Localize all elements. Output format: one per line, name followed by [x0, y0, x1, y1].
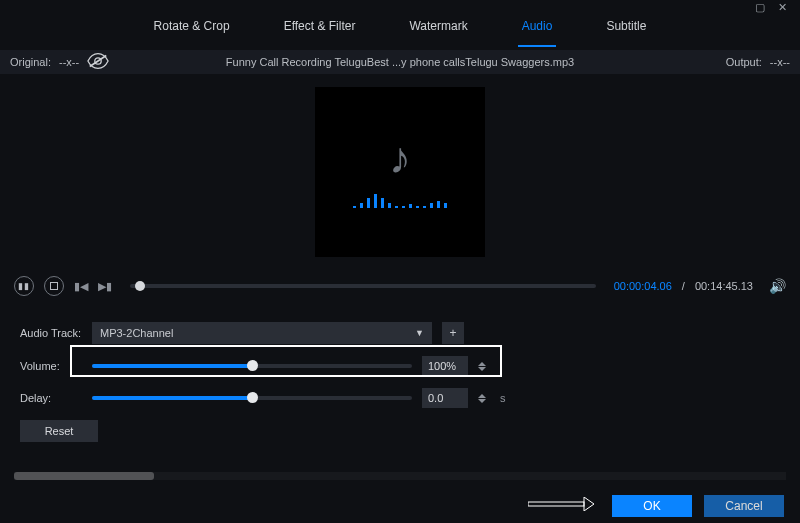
audio-thumbnail: ♪ [315, 87, 485, 257]
tab-audio[interactable]: Audio [522, 19, 553, 43]
output-label: Output: [726, 56, 762, 68]
footer-bar: OK Cancel [0, 489, 800, 523]
output-value: --x-- [770, 56, 790, 68]
next-icon: ▶▮ [98, 280, 112, 292]
scrollbar-thumb[interactable] [14, 472, 154, 480]
stop-button[interactable] [44, 276, 64, 296]
time-sep: / [682, 280, 685, 292]
pause-button[interactable]: ▮▮ [14, 276, 34, 296]
maximize-icon: ▢ [755, 1, 765, 14]
volume-slider[interactable] [92, 364, 412, 368]
next-track-button[interactable]: ▶▮ [98, 280, 112, 293]
ok-button[interactable]: OK [612, 495, 692, 517]
music-note-icon: ♪ [389, 136, 411, 180]
volume-knob[interactable] [247, 360, 258, 371]
audio-track-select[interactable]: MP3-2Channel ▼ [92, 322, 432, 344]
delay-label: Delay: [20, 392, 82, 404]
delay-value[interactable]: 0.0 [422, 388, 468, 408]
svg-marker-3 [584, 497, 594, 511]
playback-controls: ▮▮ ▮◀ ▶▮ 00:00:04.06/00:14:45.13 🔊 [0, 270, 800, 302]
speaker-button[interactable]: 🔊 [769, 278, 786, 294]
audio-track-label: Audio Track: [20, 327, 82, 339]
info-bar: Original: --x-- Funny Call Recording Tel… [0, 50, 800, 74]
filename-label: Funny Call Recording TeluguBest ...y pho… [0, 56, 800, 68]
total-time: 00:14:45.13 [695, 280, 753, 292]
tab-watermark[interactable]: Watermark [409, 19, 467, 43]
delay-unit: s [500, 392, 506, 404]
volume-up-icon[interactable] [478, 362, 486, 366]
horizontal-scrollbar[interactable] [14, 472, 786, 480]
delay-slider[interactable] [92, 396, 412, 400]
callout-arrow-icon [528, 497, 594, 515]
delay-stepper[interactable] [478, 388, 490, 408]
original-value: --x-- [59, 56, 79, 68]
volume-down-icon[interactable] [478, 367, 486, 371]
volume-value[interactable]: 100% [422, 356, 468, 376]
cancel-button[interactable]: Cancel [704, 495, 784, 517]
delay-up-icon[interactable] [478, 394, 486, 398]
original-label: Original: [10, 56, 51, 68]
plus-icon: + [449, 326, 456, 340]
close-icon: ✕ [778, 1, 787, 14]
preview-area: ♪ [0, 74, 800, 270]
tab-subtitle[interactable]: Subtitle [606, 19, 646, 43]
speaker-icon: 🔊 [769, 278, 786, 294]
visibility-toggle[interactable] [87, 53, 109, 71]
delay-down-icon[interactable] [478, 399, 486, 403]
volume-stepper[interactable] [478, 356, 490, 376]
prev-icon: ▮◀ [74, 280, 88, 292]
tab-effect-filter[interactable]: Effect & Filter [284, 19, 356, 43]
add-track-button[interactable]: + [442, 322, 464, 344]
svg-rect-2 [528, 502, 584, 506]
prev-track-button[interactable]: ▮◀ [74, 280, 88, 293]
equalizer-icon [353, 192, 447, 208]
pause-icon: ▮▮ [18, 281, 30, 291]
playback-slider[interactable] [130, 284, 596, 288]
reset-button[interactable]: Reset [20, 420, 98, 442]
audio-panel: Audio Track: MP3-2Channel ▼ + Volume: 10… [0, 302, 800, 464]
volume-label: Volume: [20, 360, 82, 372]
tab-bar: Rotate & Crop Effect & Filter Watermark … [0, 14, 800, 50]
chevron-down-icon: ▼ [415, 328, 424, 338]
current-time: 00:00:04.06 [614, 280, 672, 292]
maximize-button[interactable]: ▢ [754, 1, 766, 13]
eye-off-icon [87, 53, 109, 69]
delay-knob[interactable] [247, 392, 258, 403]
audio-track-value: MP3-2Channel [100, 327, 173, 339]
close-button[interactable]: ✕ [776, 1, 788, 13]
tab-rotate-crop[interactable]: Rotate & Crop [154, 19, 230, 43]
playback-knob[interactable] [135, 281, 145, 291]
